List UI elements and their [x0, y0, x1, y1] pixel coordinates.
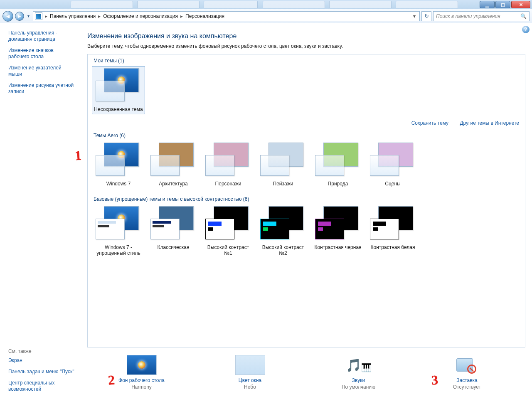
nav-back-button[interactable]: ◄: [2, 11, 13, 22]
theme-basic-0[interactable]: Windows 7 - упрощенный стиль: [92, 204, 145, 258]
theme-basic-5[interactable]: Контрастная белая: [366, 204, 419, 258]
quick-value: По умолчанию: [309, 384, 409, 390]
sidebar-seealso-head: См. также: [8, 348, 80, 354]
quick-window-color[interactable]: Цвет окна Небо: [200, 355, 300, 390]
sidebar: Панель управления - домашняя страница Из…: [0, 23, 80, 409]
explorer-toolbar: ◄ ► ▾ ▸ Панель управления ▸ Оформление и…: [0, 9, 532, 23]
sidebar-link-ease-of-access[interactable]: Центр специальных возможностей: [8, 380, 80, 392]
theme-label: Несохраненная тема: [94, 106, 143, 112]
nav-forward-button[interactable]: ►: [15, 12, 24, 21]
theme-label: Сцены: [368, 181, 418, 187]
quick-screensaver[interactable]: Заставка Отсутствует: [417, 355, 517, 390]
sidebar-link-display[interactable]: Экран: [8, 357, 80, 364]
theme-label: Природа: [313, 181, 363, 187]
browser-tab-strip: ▁ ▢ ✕: [0, 0, 532, 9]
quick-desktop-background[interactable]: Фон рабочего стола Harmony: [92, 355, 192, 390]
refresh-button[interactable]: ↻: [421, 11, 431, 21]
section-aero: Темы Aero (6): [88, 129, 525, 141]
minimize-button[interactable]: ▁: [480, 1, 495, 8]
theme-basic-1[interactable]: Классическая: [147, 204, 200, 258]
section-my-themes: Мои темы (1): [88, 54, 525, 66]
search-input[interactable]: Поиск в панели управления 🔍: [433, 11, 530, 21]
main-panel: ? Изменение изображения и звука на компь…: [80, 23, 532, 409]
crumb-personalization[interactable]: Персонализация: [184, 13, 226, 19]
section-basic: Базовые (упрощенные) темы и темы с высок…: [88, 193, 525, 204]
theme-label: Контрастная белая: [368, 244, 418, 250]
theme-label: Windows 7: [94, 181, 143, 187]
themes-frame: Мои темы (1) Несохраненная тема Сохранит…: [87, 54, 525, 347]
search-placeholder: Поиск в панели управления: [436, 13, 500, 19]
crumb-control-panel[interactable]: Панель управления: [48, 13, 97, 19]
quick-label: Звуки: [309, 377, 409, 383]
sidebar-link-account-picture[interactable]: Изменение рисунка учетной записи: [8, 82, 75, 95]
theme-aero-3[interactable]: Пейзажи: [256, 141, 310, 188]
address-dropdown-icon[interactable]: ▾: [411, 13, 418, 19]
theme-aero-2[interactable]: Персонажи: [202, 141, 255, 188]
theme-label: Классическая: [148, 244, 198, 250]
page-subtitle: Выберите тему, чтобы одновременно измени…: [87, 43, 525, 49]
quick-label: Заставка: [417, 377, 517, 383]
close-button[interactable]: ✕: [511, 1, 530, 8]
theme-basic-4[interactable]: Контрастная черная: [311, 204, 365, 258]
crumb-appearance[interactable]: Оформление и персонализация: [101, 13, 180, 19]
maximize-button[interactable]: ▢: [495, 1, 510, 8]
theme-label: Высокий контраст №2: [258, 244, 308, 256]
theme-label: Контрастная черная: [313, 244, 363, 250]
theme-label: Архитектура: [148, 181, 198, 187]
theme-aero-4[interactable]: Природа: [311, 141, 365, 188]
sound-icon: 🎵🎹: [344, 355, 374, 375]
theme-basic-3[interactable]: Высокий контраст №2: [256, 204, 310, 258]
theme-label: Персонажи: [203, 181, 253, 187]
quick-label: Фон рабочего стола: [92, 377, 192, 383]
address-breadcrumbs[interactable]: ▸ Панель управления ▸ Оформление и персо…: [33, 11, 420, 21]
help-icon[interactable]: ?: [522, 26, 530, 33]
theme-unsaved[interactable]: Несохраненная тема: [92, 66, 145, 114]
quick-value: Небо: [200, 384, 300, 390]
sidebar-link-desktop-icons[interactable]: Изменение значков рабочего стола: [8, 47, 75, 60]
quick-label: Цвет окна: [200, 377, 300, 383]
control-panel-icon: [35, 12, 42, 20]
quick-settings-row: Фон рабочего стола Harmony Цвет окна Неб…: [87, 355, 521, 390]
theme-aero-0[interactable]: Windows 7: [92, 141, 145, 188]
quick-value: Harmony: [92, 384, 192, 390]
theme-label: Высокий контраст №1: [203, 244, 253, 256]
theme-basic-2[interactable]: Высокий контраст №1: [202, 204, 255, 258]
search-icon: 🔍: [520, 13, 527, 19]
screensaver-icon: [452, 355, 482, 375]
link-save-theme[interactable]: Сохранить тему: [411, 120, 448, 126]
sidebar-link-mouse-pointers[interactable]: Изменение указателей мыши: [8, 65, 75, 77]
quick-sounds[interactable]: 🎵🎹 Звуки По умолчанию: [309, 355, 409, 390]
sidebar-link-taskbar[interactable]: Панель задач и меню ''Пуск'': [8, 369, 80, 375]
theme-label: Windows 7 - упрощенный стиль: [94, 244, 143, 256]
theme-aero-5[interactable]: Сцены: [366, 141, 419, 188]
theme-label: Пейзажи: [258, 181, 308, 187]
page-title: Изменение изображения и звука на компьют…: [87, 32, 525, 40]
theme-aero-1[interactable]: Архитектура: [147, 141, 200, 188]
history-dropdown-icon[interactable]: ▾: [27, 14, 30, 18]
quick-value: Отсутствует: [417, 384, 517, 390]
sidebar-link-home[interactable]: Панель управления - домашняя страница: [8, 30, 75, 42]
link-more-themes[interactable]: Другие темы в Интернете: [460, 120, 519, 126]
